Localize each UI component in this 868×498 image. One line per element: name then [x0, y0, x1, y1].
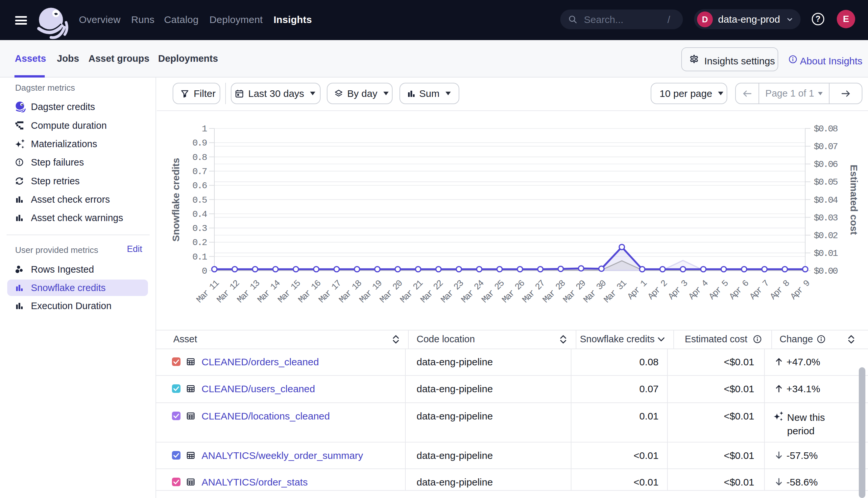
svg-text:Estimated cost: Estimated cost: [848, 165, 859, 235]
svg-text:Apr 4: Apr 4: [687, 278, 710, 302]
svg-text:0.6: 0.6: [192, 181, 207, 191]
svg-text:$0.04: $0.04: [814, 195, 838, 205]
svg-text:Mar 29: Mar 29: [561, 278, 588, 305]
svg-text:Snowflake credits: Snowflake credits: [170, 158, 181, 241]
svg-text:0: 0: [202, 266, 207, 276]
svg-text:0.4: 0.4: [192, 209, 207, 220]
svg-text:Mar 22: Mar 22: [419, 278, 445, 305]
svg-text:Apr 3: Apr 3: [666, 278, 690, 302]
svg-text:$0.06: $0.06: [814, 159, 838, 170]
svg-text:$0.08: $0.08: [814, 124, 838, 134]
svg-text:Mar 11: Mar 11: [195, 278, 221, 305]
svg-text:Apr 5: Apr 5: [707, 278, 730, 302]
svg-text:Mar 30: Mar 30: [582, 278, 608, 305]
svg-text:0.2: 0.2: [192, 237, 207, 248]
svg-text:Mar 28: Mar 28: [541, 278, 567, 305]
svg-text:$0.02: $0.02: [814, 231, 838, 241]
svg-text:$0.00: $0.00: [814, 266, 838, 276]
svg-text:Mar 16: Mar 16: [296, 278, 323, 305]
svg-text:Mar 27: Mar 27: [521, 278, 547, 305]
svg-text:$0.01: $0.01: [814, 248, 838, 259]
svg-text:Apr 7: Apr 7: [748, 278, 771, 302]
svg-text:Mar 12: Mar 12: [215, 278, 242, 305]
svg-text:Mar 14: Mar 14: [256, 278, 282, 305]
svg-text:$0.03: $0.03: [814, 213, 838, 223]
svg-text:Mar 21: Mar 21: [398, 278, 425, 305]
svg-text:Apr 2: Apr 2: [646, 278, 669, 302]
svg-text:Mar 26: Mar 26: [500, 278, 527, 305]
svg-text:Mar 17: Mar 17: [317, 278, 344, 305]
svg-text:Mar 19: Mar 19: [358, 278, 384, 305]
svg-text:0.3: 0.3: [192, 223, 207, 234]
svg-text:$0.05: $0.05: [814, 177, 838, 187]
svg-text:0.5: 0.5: [192, 195, 207, 205]
svg-text:Mar 13: Mar 13: [235, 278, 262, 305]
svg-text:Apr 8: Apr 8: [768, 278, 792, 302]
svg-text:?: ?: [815, 14, 820, 23]
svg-text:0.7: 0.7: [192, 167, 207, 177]
svg-text:0.8: 0.8: [192, 153, 207, 162]
svg-text:Apr 1: Apr 1: [626, 278, 649, 302]
svg-text:Apr 6: Apr 6: [728, 278, 751, 302]
svg-text:$0.07: $0.07: [814, 142, 838, 152]
svg-text:Apr 9: Apr 9: [789, 278, 812, 302]
svg-text:Mar 15: Mar 15: [276, 278, 303, 305]
svg-text:0.9: 0.9: [192, 138, 207, 148]
svg-text:Mar 31: Mar 31: [602, 278, 629, 305]
svg-text:Mar 24: Mar 24: [459, 278, 486, 305]
svg-text:Mar 25: Mar 25: [480, 278, 506, 305]
svg-text:Mar 18: Mar 18: [337, 278, 364, 305]
svg-text:0.1: 0.1: [192, 252, 207, 262]
svg-text:Mar 20: Mar 20: [378, 278, 405, 305]
svg-text:1: 1: [202, 124, 207, 134]
svg-text:Mar 23: Mar 23: [439, 278, 465, 305]
